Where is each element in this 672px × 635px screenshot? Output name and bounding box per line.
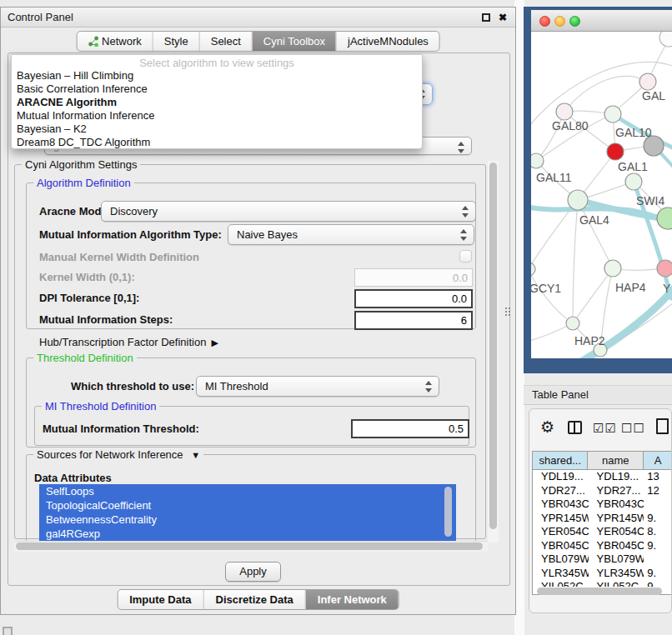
network-node[interactable] bbox=[659, 32, 672, 47]
table-row[interactable]: YBR045CYBR045C9. bbox=[533, 539, 672, 553]
tab-select[interactable]: Select bbox=[199, 32, 252, 51]
float-window-icon[interactable] bbox=[482, 13, 490, 22]
table-cell: YER054C bbox=[589, 525, 644, 539]
tab-style[interactable]: Style bbox=[153, 32, 199, 51]
columns-icon[interactable] bbox=[568, 421, 582, 434]
stepper-arrows-icon bbox=[425, 380, 432, 393]
table-row[interactable]: YIL052CYIL052C9. bbox=[533, 580, 672, 587]
table-row[interactable]: YPR145WYPR145W9. bbox=[533, 512, 672, 526]
threshold-definition-title: Threshold Definition bbox=[33, 352, 137, 364]
data-attribute-item[interactable]: gal4RGexp bbox=[39, 527, 456, 541]
network-node-gal80[interactable] bbox=[556, 103, 573, 120]
settings-vscrollbar-thumb[interactable] bbox=[489, 162, 497, 529]
close-window-icon[interactable]: ✖ bbox=[499, 13, 507, 22]
mi-threshold-definition-title: MI Threshold Definition bbox=[42, 400, 159, 412]
node-label-gal80: GAL80 bbox=[552, 119, 589, 132]
tab-label: Style bbox=[164, 35, 188, 48]
hub-definition-expander[interactable]: Hub/Transcription Factor Definition▶ bbox=[39, 336, 218, 348]
control-panel-titlebar: Control Panel ✖ bbox=[1, 8, 515, 28]
network-node-gal11[interactable] bbox=[531, 153, 544, 168]
data-attribute-item[interactable]: BetweennessCentrality bbox=[39, 512, 456, 527]
network-node-hap2[interactable] bbox=[566, 317, 579, 330]
table-row[interactable]: YDR27...YDR27...12 bbox=[533, 484, 672, 498]
algorithm-option[interactable]: Bayesian – Hill Climbing bbox=[12, 69, 422, 82]
table-row[interactable]: YER054CYER054C8. bbox=[533, 525, 672, 539]
network-node-gcy1[interactable] bbox=[531, 262, 535, 276]
algorithm-option[interactable]: Mutual Information Inference bbox=[12, 109, 422, 122]
network-window-titlebar[interactable] bbox=[531, 10, 672, 32]
tab-discretize-data[interactable]: Discretize Data bbox=[203, 590, 305, 609]
network-node-gal[interactable] bbox=[639, 73, 656, 90]
table-row[interactable]: YBR043CYBR043C bbox=[533, 498, 672, 512]
which-threshold-select[interactable]: MI Threshold bbox=[196, 376, 439, 397]
tab-cyni-toolbox[interactable]: Cyni Toolbox bbox=[252, 32, 336, 51]
algorithm-dropdown-placeholder: Select algorithm to view settings bbox=[12, 55, 422, 69]
manual-kernel-width-checkbox[interactable] bbox=[459, 250, 472, 262]
network-canvas[interactable]: GALGAL80GAL10GAL1GAL11SWI4GAL4GCY1HAP4YH… bbox=[531, 32, 672, 358]
zoom-traffic-light-icon[interactable] bbox=[569, 16, 580, 27]
column-header[interactable]: shared... bbox=[533, 452, 588, 469]
document-icon[interactable] bbox=[656, 418, 669, 434]
network-edge[interactable] bbox=[573, 200, 578, 323]
apply-button[interactable]: Apply bbox=[225, 562, 281, 582]
data-attribute-item[interactable]: TopologicalCoefficient bbox=[39, 498, 456, 512]
network-node-gal10[interactable] bbox=[604, 106, 621, 122]
table-panel-titlebar: Table Panel bbox=[524, 385, 672, 405]
table-cell: 9. bbox=[644, 512, 672, 526]
network-node-gal1[interactable] bbox=[607, 143, 624, 160]
table-cell: YLR345W bbox=[589, 567, 644, 581]
application-root: Control Panel ✖ NetworkStyleSelectCyni T… bbox=[0, 0, 672, 635]
aracne-mode-select[interactable]: Discovery bbox=[101, 201, 476, 222]
algorithm-option[interactable]: ARACNE Algorithm bbox=[12, 96, 422, 109]
dpi-tolerance-input[interactable] bbox=[354, 289, 473, 308]
mi-steps-input[interactable] bbox=[354, 311, 473, 330]
tab-infer-network[interactable]: Infer Network bbox=[305, 590, 399, 609]
minimize-traffic-light-icon[interactable] bbox=[554, 16, 565, 27]
mi-algorithm-type-select[interactable]: Naive Bayes bbox=[228, 224, 474, 245]
network-node[interactable] bbox=[657, 208, 672, 229]
network-node-y[interactable] bbox=[657, 260, 672, 277]
algorithm-dropdown-popup: Select algorithm to view settings Bayesi… bbox=[11, 54, 423, 149]
data-attribute-item[interactable]: SelfLoops bbox=[39, 484, 456, 498]
tab-jactivemnodules[interactable]: jActiveMNodules bbox=[336, 32, 439, 51]
expander-down-icon[interactable]: ▼ bbox=[191, 450, 200, 460]
data-attributes-list[interactable]: SelfLoopsTopologicalCoefficientBetweenne… bbox=[39, 484, 456, 541]
table-row[interactable]: YDL19...YDL19...13 bbox=[533, 470, 672, 484]
expander-right-icon: ▶ bbox=[211, 338, 218, 348]
table-row[interactable]: YLR345WYLR345W9. bbox=[533, 567, 672, 581]
which-threshold-label: Which threshold to use: bbox=[71, 376, 194, 397]
gear-icon[interactable]: ⚙ bbox=[540, 418, 554, 437]
table-cell: YBL079W bbox=[589, 552, 644, 567]
table-hscrollbar-thumb[interactable] bbox=[537, 588, 662, 595]
network-node-gal4[interactable] bbox=[568, 190, 588, 210]
column-header[interactable]: A bbox=[644, 452, 672, 469]
attributes-list-scrollbar[interactable] bbox=[444, 487, 452, 537]
tab-network[interactable]: Network bbox=[77, 32, 153, 51]
close-traffic-light-icon[interactable] bbox=[539, 16, 550, 27]
deselect-all-checkboxes-icon[interactable]: ☐☐ bbox=[621, 421, 645, 436]
column-header[interactable]: name bbox=[588, 452, 643, 469]
node-label-gcy1: GCY1 bbox=[531, 282, 561, 295]
node-label-hap4: HAP4 bbox=[615, 281, 646, 294]
table-cell: YDL19... bbox=[589, 470, 644, 484]
node-label-gal: GAL bbox=[642, 89, 665, 102]
window-corner-grip-icon[interactable] bbox=[3, 627, 13, 635]
tab-label: jActiveMNodules bbox=[348, 35, 429, 48]
network-node-swi4[interactable] bbox=[625, 173, 642, 190]
algorithm-option[interactable]: Bayesian – K2 bbox=[12, 122, 422, 136]
settings-hscrollbar-thumb[interactable] bbox=[16, 542, 483, 550]
splitpane-grip[interactable] bbox=[504, 307, 511, 316]
select-all-checkboxes-icon[interactable]: ☑☑ bbox=[593, 421, 617, 436]
network-node-hap4[interactable] bbox=[604, 260, 621, 277]
tab-impute-data[interactable]: Impute Data bbox=[118, 590, 203, 609]
mi-steps-label: Mutual Information Steps: bbox=[39, 309, 173, 330]
algorithm-option[interactable]: Basic Correlation Inference bbox=[12, 82, 422, 96]
algorithm-dropdown-list: Bayesian – Hill ClimbingBasic Correlatio… bbox=[12, 69, 422, 149]
table-cell: YDR27... bbox=[533, 484, 589, 498]
network-view-frame: GALGAL80GAL10GAL1GAL11SWI4GAL4GCY1HAP4YH… bbox=[531, 10, 672, 358]
table-cell: 13 bbox=[644, 470, 672, 484]
table-row[interactable]: YBL079WYBL079W bbox=[533, 552, 672, 567]
mi-threshold-input[interactable] bbox=[351, 419, 469, 438]
control-panel-title: Control Panel bbox=[1, 11, 482, 23]
algorithm-option[interactable]: Dream8 DC_TDC Algorithm bbox=[12, 136, 422, 149]
